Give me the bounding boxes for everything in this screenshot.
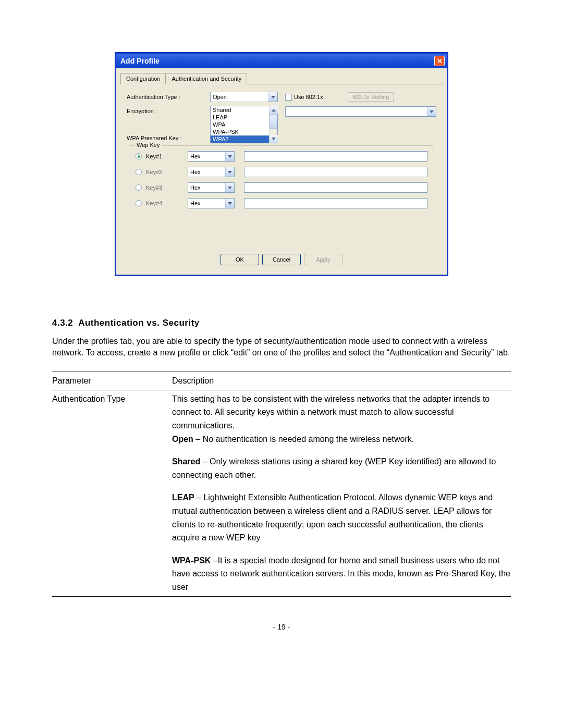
chevron-down-icon[interactable]: [225, 152, 234, 161]
key2-label: Key#2: [146, 169, 174, 175]
leap-bold: LEAP: [172, 493, 194, 502]
wep-row-2: Key#2 Hex: [136, 167, 427, 177]
wep-row-3: Key#3 Hex: [136, 182, 427, 193]
key2-radio[interactable]: [136, 169, 142, 175]
auth-type-value: Open: [213, 94, 227, 100]
key1-input[interactable]: [244, 151, 427, 162]
key1-radio[interactable]: [136, 153, 142, 159]
wpapsk-text: –It is a special mode designed for home …: [172, 556, 510, 591]
key2-format-select[interactable]: Hex: [188, 167, 235, 177]
option-wpa[interactable]: WPA: [211, 121, 277, 128]
wpa-psk-label: WPA Preshared Key :: [127, 135, 210, 141]
open-bold: Open: [172, 435, 193, 443]
key4-input[interactable]: [244, 198, 427, 208]
key4-label: Key#4: [146, 200, 174, 206]
wep-key-group: Wep Key Key#1 Hex Key#2: [130, 145, 433, 217]
scroll-up-icon[interactable]: [270, 106, 278, 114]
key4-radio[interactable]: [136, 200, 142, 206]
key2-input[interactable]: [244, 167, 427, 177]
option-wpa2[interactable]: WPA2: [211, 135, 277, 143]
desc-intro: This setting has to be consistent with t…: [172, 394, 489, 430]
shared-bold: Shared: [172, 457, 200, 466]
chevron-down-icon[interactable]: [268, 92, 277, 102]
window-title: Add Profile: [120, 57, 160, 65]
open-text: – No authentication is needed among the …: [193, 435, 414, 443]
scroll-down-icon[interactable]: [270, 135, 278, 143]
td-desc: This setting has to be consistent with t…: [172, 390, 511, 596]
auth-type-label: Authentication Type :: [127, 94, 210, 100]
th-description: Description: [172, 372, 511, 390]
heading-number: 4.3.2: [52, 318, 73, 328]
key1-format-select[interactable]: Hex: [188, 151, 235, 162]
intro-paragraph: Under the profiles tab, you are able to …: [52, 336, 511, 358]
key3-format-select[interactable]: Hex: [188, 182, 235, 193]
shared-text: – Only wireless stations using a shared …: [172, 457, 496, 479]
wep-row-1: Key#1 Hex: [136, 151, 427, 162]
wpapsk-bold: WPA-PSK: [172, 556, 211, 565]
option-leap[interactable]: LEAP: [211, 114, 277, 121]
definition-table: Parameter Description Authentication Typ…: [52, 372, 511, 596]
use-8021x-label: Use 802.1x: [294, 94, 323, 100]
8021x-setting-button: 802.1x Setting: [348, 92, 394, 102]
auth-type-listbox[interactable]: Shared LEAP WPA WPA-PSK WPA2: [210, 106, 278, 143]
key4-format-select[interactable]: Hex: [188, 198, 235, 208]
titlebar: Add Profile ✕: [116, 54, 447, 68]
chevron-down-icon[interactable]: [427, 107, 436, 116]
chevron-down-icon[interactable]: [225, 167, 234, 177]
option-wpa-psk[interactable]: WPA-PSK: [211, 128, 277, 135]
ok-button[interactable]: OK: [221, 254, 259, 265]
wep-row-4: Key#4 Hex: [136, 198, 427, 208]
tab-configuration[interactable]: Configuration: [120, 73, 166, 84]
tab-auth-security[interactable]: Authentication and Security: [166, 73, 247, 84]
listbox-scrollbar[interactable]: [269, 106, 277, 143]
tabstrip: Configuration Authentication and Securit…: [120, 72, 443, 84]
encryption-select[interactable]: [285, 106, 436, 117]
key1-label: Key#1: [146, 153, 174, 159]
encryption-label: Encryption :: [127, 106, 210, 114]
scroll-thumb[interactable]: [270, 114, 277, 129]
th-parameter: Parameter: [52, 372, 172, 390]
auth-type-select[interactable]: Open: [210, 92, 278, 102]
chevron-down-icon[interactable]: [225, 199, 234, 208]
page-number: - 19 -: [52, 623, 511, 631]
close-icon[interactable]: ✕: [434, 56, 445, 66]
apply-button: Apply: [304, 254, 342, 265]
leap-text: – Lightweight Extensible Authentication …: [172, 493, 493, 542]
wep-legend: Wep Key: [134, 142, 162, 148]
add-profile-dialog: Add Profile ✕ Configuration Authenticati…: [115, 52, 448, 276]
option-shared[interactable]: Shared: [211, 106, 277, 114]
cancel-button[interactable]: Cancel: [262, 254, 301, 265]
heading-title: Authentication vs. Security: [78, 318, 200, 328]
key3-input[interactable]: [244, 182, 427, 193]
section-heading: 4.3.2 Authentication vs. Security: [52, 318, 511, 328]
chevron-down-icon[interactable]: [225, 183, 234, 192]
td-param: Authentication Type: [52, 390, 172, 596]
use-8021x-checkbox[interactable]: [285, 94, 292, 101]
key3-label: Key#3: [146, 184, 174, 191]
key3-radio[interactable]: [136, 184, 142, 191]
